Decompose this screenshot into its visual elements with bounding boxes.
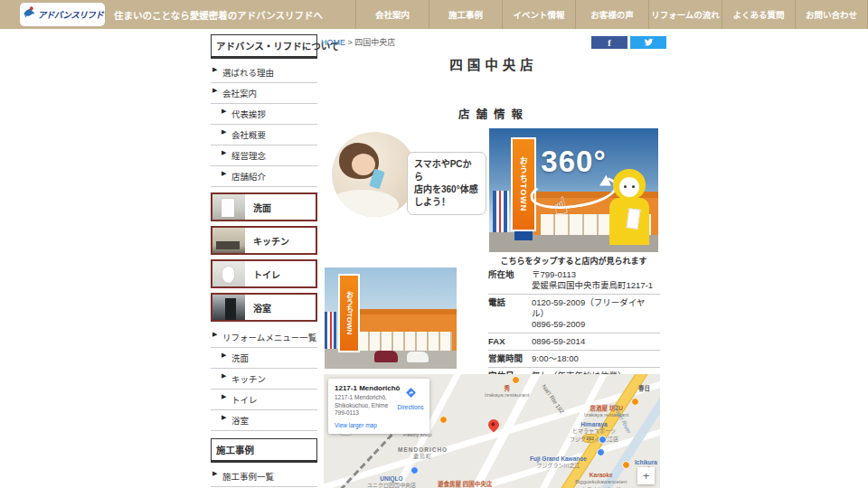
top-header: アドバンスリフド 住まいのことなら愛媛密着のアドバンスリフドへ 会社案内 施工事… xyxy=(0,0,868,29)
sidebar-item-menu-washbasin[interactable]: 洗面 xyxy=(211,348,317,369)
destination-pin-icon[interactable] xyxy=(486,419,501,434)
site-logo[interactable]: アドバンスリフド xyxy=(20,3,105,26)
triangle-bullet-icon xyxy=(222,352,226,359)
poi-yushokuboya: 遊食房屋 四国中央店Izakaya restaurant xyxy=(438,474,492,488)
nav-contact[interactable]: お問い合わせ xyxy=(795,0,868,29)
site-tagline: 住まいのことなら愛媛密着のアドバンスリフドへ xyxy=(114,8,323,22)
sidebar-item-greeting[interactable]: 代表挨拶 xyxy=(211,104,317,125)
sidebar-banner-list: 洗面 キッチン トイレ 浴室 xyxy=(211,192,317,322)
sidebar-item-overview[interactable]: 会社概要 xyxy=(211,125,317,145)
sidebar-item-reasons[interactable]: 選ばれる理由 xyxy=(211,62,317,83)
bathroom-thumbnail xyxy=(212,295,245,320)
banner-toilet[interactable]: トイレ xyxy=(211,259,317,288)
parked-car xyxy=(407,352,429,362)
sidebar-item-philosophy[interactable]: 経営理念 xyxy=(211,145,317,166)
nav-works[interactable]: 施工事例 xyxy=(429,0,502,29)
toilet-thumbnail xyxy=(212,261,245,286)
directions-icon xyxy=(405,386,417,401)
map-card-address: 1217-1 Mendorichō, Shikokuchuo, Ehime 79… xyxy=(335,394,400,418)
banner-kitchen[interactable]: キッチン xyxy=(211,226,317,255)
facebook-icon xyxy=(608,38,610,48)
breadcrumb-home-link[interactable]: HOME xyxy=(321,38,345,47)
sidebar-item-menu-toilet[interactable]: トイレ xyxy=(211,389,317,410)
nav-company[interactable]: 会社案内 xyxy=(355,0,429,29)
twitter-share-button[interactable] xyxy=(630,36,666,49)
poi-karaoke-big: KaraokeBigguekokawanoeten カラオケ ビッグ xyxy=(575,465,627,488)
triangle-bullet-icon xyxy=(212,331,217,338)
poi-himaraya: Himarayaヒマラヤスポーツ フジグラン川之江店 xyxy=(570,414,618,443)
illustrated-woman xyxy=(606,169,653,245)
triangle-bullet-icon xyxy=(212,87,217,94)
triangle-bullet-icon xyxy=(222,108,226,115)
shop-pin-icon xyxy=(599,436,607,444)
view-larger-map-link[interactable]: View larger map xyxy=(335,422,423,428)
main-navigation: 会社案内 施工事例 イベント情報 お客様の声 リフォームの流れ よくある質問 お… xyxy=(355,0,868,29)
twitter-icon xyxy=(644,34,654,51)
section-title-store-info: 店舗情報 xyxy=(321,105,666,122)
dolphin-mascot-icon xyxy=(22,5,36,23)
store-360-tour-image[interactable]: おうちTOWN 360° ☝ xyxy=(489,128,658,252)
share-buttons xyxy=(591,36,666,49)
google-map-embed[interactable]: Nat'l Rte 192 333 192 秀Izakaya restauran… xyxy=(324,374,660,488)
pastry-pin-icon xyxy=(439,416,448,424)
facebook-share-button[interactable] xyxy=(591,36,627,49)
sidebar-item-stores[interactable]: 店舗紹介 xyxy=(211,166,317,187)
triangle-bullet-icon xyxy=(222,414,226,421)
store-info-table: 所在地 〒799-0113 愛媛県四国中央市妻鳥町1217-1 電話 0120-… xyxy=(488,267,660,385)
triangle-bullet-icon xyxy=(212,66,217,73)
store-flags xyxy=(493,191,510,233)
triangle-bullet-icon xyxy=(222,149,226,156)
poi-uniqlo: UNIQLOユニクロ四国中央店 xyxy=(367,468,416,488)
map-info-card: 1217-1 Mendorichō 1217-1 Mendorichō, Shi… xyxy=(328,379,429,434)
poi-izakaya-shu: 秀Izakaya restaurant xyxy=(485,378,529,399)
triangle-bullet-icon xyxy=(222,372,226,380)
restaurant-pin-icon xyxy=(512,376,520,384)
nav-faq[interactable]: よくある質問 xyxy=(722,0,795,29)
breadcrumb: HOME > 四国中央店 xyxy=(321,36,395,48)
nav-events[interactable]: イベント情報 xyxy=(502,0,575,29)
poi-kasuga: 春日 xyxy=(638,378,650,391)
breadcrumb-current: 四国中央店 xyxy=(354,38,395,47)
promo-speech-bubble: スマホやPCから 店内を360°体感 しよう！ xyxy=(407,152,486,215)
banner-bathroom[interactable]: 浴室 xyxy=(211,293,317,322)
main-content: HOME > 四国中央店 四国中央店 店舗情報 スマホやPCから 店内を360°… xyxy=(321,33,666,488)
table-row-fax: FAX 0896-59-2014 xyxy=(488,333,660,351)
kitchen-thumbnail xyxy=(212,228,245,253)
triangle-bullet-icon xyxy=(222,393,226,400)
karaoke-pin-icon xyxy=(622,461,630,469)
page-title: 四国中央店 xyxy=(321,54,666,73)
nav-voices[interactable]: お客様の声 xyxy=(575,0,648,29)
map-zoom-in-button[interactable]: + xyxy=(637,467,655,484)
route-192-label: Nat'l Rte 192 xyxy=(541,383,565,415)
table-row-address: 所在地 〒799-0113 愛媛県四国中央市妻鳥町1217-1 xyxy=(488,267,660,295)
sidebar-item-menu-bathroom[interactable]: 浴室 xyxy=(211,410,317,431)
sidebar-item-reform-menu[interactable]: リフォームメニュー一覧 xyxy=(211,327,317,348)
store-exterior-photo: おうちTOWN xyxy=(325,267,457,369)
area-label-mendoricho: MENDORICHO妻鳥町 xyxy=(398,439,448,461)
breadcrumb-separator: > xyxy=(348,38,353,47)
triangle-bullet-icon xyxy=(212,470,217,477)
360-tour-caption: こちらをタップすると店内が見られます xyxy=(489,255,658,267)
logo-wordmark: アドバンスリフド xyxy=(38,8,103,21)
sidebar-item-company[interactable]: 会社案内 xyxy=(211,83,317,104)
parked-car xyxy=(374,351,398,362)
washbasin-thumbnail xyxy=(212,194,245,220)
restaurant-pin-icon xyxy=(631,398,639,406)
sidebar-works-header: 施工事例 xyxy=(211,438,317,463)
mall-pin-icon xyxy=(597,448,605,456)
sidebar-item-works-list[interactable]: 施工事例一覧 xyxy=(211,466,317,487)
store-tower-sign: おうちTOWN xyxy=(338,274,361,352)
banner-washbasin[interactable]: 洗面 xyxy=(211,192,317,221)
woman-smartphone-photo xyxy=(332,132,417,217)
table-row-hours: 営業時間 9:00〜18:00 xyxy=(488,351,660,368)
directions-button[interactable]: Directions xyxy=(397,386,424,410)
triangle-bullet-icon xyxy=(222,170,226,177)
store-flags xyxy=(325,312,336,348)
triangle-bullet-icon xyxy=(222,128,226,136)
sidebar-item-menu-kitchen[interactable]: キッチン xyxy=(211,369,317,389)
nav-reform-flow[interactable]: リフォームの流れ xyxy=(648,0,722,29)
shop-pin-icon xyxy=(410,466,419,474)
sidebar-about-header: アドバンス・リフドについて xyxy=(211,34,317,59)
table-row-phone: 電話 0120-59-2009（フリーダイヤル） 0896-59-2009 xyxy=(488,295,660,333)
sidebar: アドバンス・リフドについて 選ばれる理由 会社案内 代表挨拶 会社概要 経営理念… xyxy=(211,34,317,488)
